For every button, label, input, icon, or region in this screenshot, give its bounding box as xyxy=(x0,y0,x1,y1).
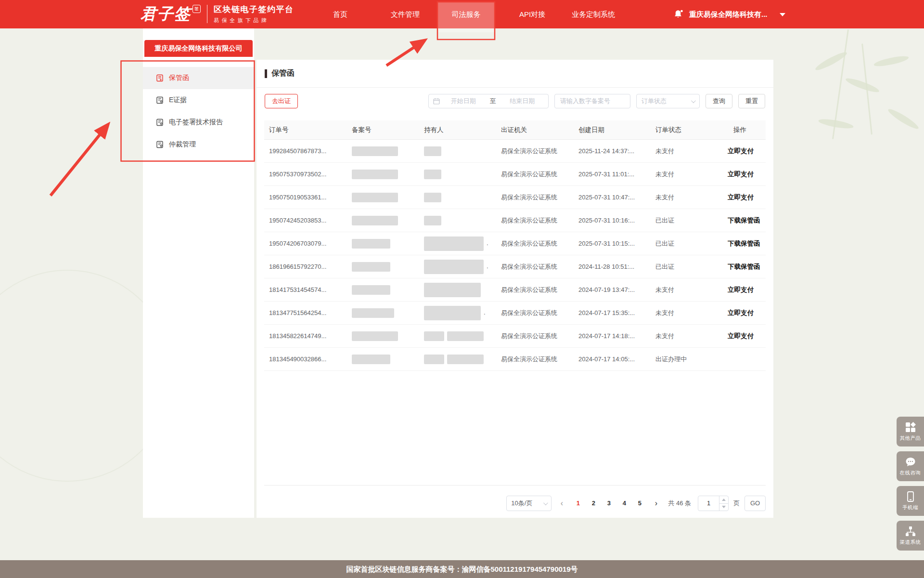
order-status-cell: 未支付 xyxy=(651,286,723,294)
floating-side-buttons: 其他产品在线咨询手机端渠道系统 xyxy=(897,417,924,555)
bamboo-leaf-decoration xyxy=(814,50,848,72)
logo[interactable]: 君子签 签 区块链电子签约平台 易保全旗下品牌 xyxy=(141,4,294,24)
order-status-placeholder: 订单状态 xyxy=(642,97,667,105)
redacted-block xyxy=(447,331,484,341)
bamboo-decoration xyxy=(832,29,849,139)
search-button[interactable]: 查询 xyxy=(706,94,732,108)
table-row: 181417531454574...易保全演示公证系统2024-07-19 13… xyxy=(264,278,766,302)
float-button-手机端[interactable]: 手机端 xyxy=(897,486,924,516)
phone-icon xyxy=(905,491,916,502)
notification-bell-icon[interactable] xyxy=(672,8,684,21)
action-cell: 立即支付 xyxy=(723,170,766,179)
page-jump-input[interactable]: 1 xyxy=(698,496,729,511)
redacted-block xyxy=(352,170,398,179)
order-status-select[interactable]: 订单状态 xyxy=(636,94,700,108)
created-date-cell: 2025-11-24 14:37:... xyxy=(574,147,651,155)
spinner-down-button[interactable] xyxy=(719,504,728,511)
pay-now-link[interactable]: 立即支付 xyxy=(728,286,754,293)
record-number-input[interactable]: 请输入数字备案号 xyxy=(554,94,630,108)
page-number-1[interactable]: 1 xyxy=(572,496,584,511)
float-button-其他产品[interactable]: 其他产品 xyxy=(897,417,924,447)
date-start-placeholder[interactable]: 开始日期 xyxy=(442,97,485,105)
network-icon xyxy=(905,525,916,537)
sidebar-company-button[interactable]: 重庆易保全网络科技有限公司 xyxy=(144,40,253,57)
redacted-block xyxy=(424,236,484,251)
column-header: 订单状态 xyxy=(651,126,723,134)
order-status-cell: 已出证 xyxy=(651,216,723,225)
order-number-cell: 199284507867873... xyxy=(264,147,347,155)
prev-page-button[interactable]: ‹ xyxy=(556,499,567,508)
float-button-渠道系统[interactable]: 渠道系统 xyxy=(897,521,924,551)
nav-item-4[interactable]: API对接 xyxy=(504,0,561,28)
chat-icon xyxy=(905,456,916,468)
download-letter-link[interactable]: 下载保管函 xyxy=(728,263,760,270)
spinner-up-button[interactable] xyxy=(719,496,728,504)
column-header: 创建日期 xyxy=(574,126,651,134)
float-button-在线咨询[interactable]: 在线咨询 xyxy=(897,451,924,481)
agency-cell: 易保全演示公证系统 xyxy=(496,355,574,364)
redacted-block xyxy=(352,193,398,202)
pay-now-link[interactable]: 立即支付 xyxy=(728,309,754,316)
holder-cell: . xyxy=(419,260,496,274)
order-status-cell: 出证办理中 xyxy=(651,355,723,364)
action-cell: 立即支付 xyxy=(723,286,766,294)
agency-cell: 易保全演示公证系统 xyxy=(496,286,574,294)
table-row: 195075019053361...易保全演示公证系统2025-07-31 10… xyxy=(264,186,766,209)
redacted-block xyxy=(352,331,398,341)
column-header: 操作 xyxy=(723,126,766,134)
title-accent-bar xyxy=(265,69,267,78)
bamboo-leaf-decoration xyxy=(845,76,880,94)
page-number-4[interactable]: 4 xyxy=(618,496,630,511)
record-number-cell xyxy=(347,170,419,179)
record-number-cell xyxy=(347,216,419,225)
nav-item-3-active[interactable]: 司法服务 xyxy=(437,0,495,28)
table-row: 199284507867873...易保全演示公证系统2025-11-24 14… xyxy=(264,140,766,163)
page-jump-value[interactable]: 1 xyxy=(698,496,719,511)
logo-divider xyxy=(207,5,207,23)
created-date-cell: 2024-07-17 14:18:... xyxy=(574,332,651,340)
download-letter-link[interactable]: 下载保管函 xyxy=(728,240,760,247)
order-status-cell: 未支付 xyxy=(651,170,723,179)
user-company-menu[interactable]: 重庆易保全网络科技有... xyxy=(689,0,768,28)
sidebar-item-label: E证据 xyxy=(169,96,187,105)
page-number-5[interactable]: 5 xyxy=(633,496,646,511)
sidebar-item[interactable]: E证据 xyxy=(143,89,254,111)
order-status-cell: 未支付 xyxy=(651,193,723,202)
action-cell: 立即支付 xyxy=(723,147,766,156)
page-title: 保管函 xyxy=(271,68,295,79)
download-letter-link[interactable]: 下载保管函 xyxy=(728,217,760,224)
go-certify-button[interactable]: 去出证 xyxy=(265,94,298,108)
next-page-button[interactable]: › xyxy=(651,499,661,508)
table-row: 181347751564254....易保全演示公证系统2024-07-17 1… xyxy=(264,302,766,325)
order-number-cell: 195074245203853... xyxy=(264,217,347,224)
date-range-picker[interactable]: 开始日期 至 结束日期 xyxy=(428,94,549,108)
agency-cell: 易保全演示公证系统 xyxy=(496,263,574,271)
sidebar-item[interactable]: 仲裁管理 xyxy=(143,133,254,156)
reset-button[interactable]: 重置 xyxy=(738,94,765,108)
table-header-row: 订单号备案号持有人出证机关创建日期订单状态操作 xyxy=(264,120,766,140)
holder-cell xyxy=(419,170,496,179)
float-button-label: 渠道系统 xyxy=(900,539,921,546)
pay-now-link[interactable]: 立即支付 xyxy=(728,332,754,340)
sidebar-item[interactable]: 保管函 xyxy=(143,67,254,89)
chevron-down-icon xyxy=(691,98,696,103)
redacted-block xyxy=(424,193,441,202)
page-number-3[interactable]: 3 xyxy=(603,496,615,511)
page-jump-spinner xyxy=(719,496,728,511)
page-size-select[interactable]: 10条/页 xyxy=(506,496,552,511)
caret-down-icon[interactable] xyxy=(780,13,785,16)
page-number-2[interactable]: 2 xyxy=(587,496,600,511)
column-header: 出证机关 xyxy=(496,126,574,134)
pay-now-link[interactable]: 立即支付 xyxy=(728,194,754,201)
nav-item-1[interactable]: 首页 xyxy=(321,0,360,28)
order-status-cell: 已出证 xyxy=(651,263,723,271)
pay-now-link[interactable]: 立即支付 xyxy=(728,147,754,155)
sidebar-item[interactable]: 电子签署技术报告 xyxy=(143,111,254,133)
order-number-cell: 181345490032866... xyxy=(264,355,347,363)
date-end-placeholder[interactable]: 结束日期 xyxy=(501,97,544,105)
nav-item-2[interactable]: 文件管理 xyxy=(377,0,433,28)
nav-item-5[interactable]: 业务定制系统 xyxy=(562,0,625,28)
redacted-block xyxy=(424,283,481,297)
pay-now-link[interactable]: 立即支付 xyxy=(728,171,754,178)
go-button[interactable]: GO xyxy=(744,496,766,511)
